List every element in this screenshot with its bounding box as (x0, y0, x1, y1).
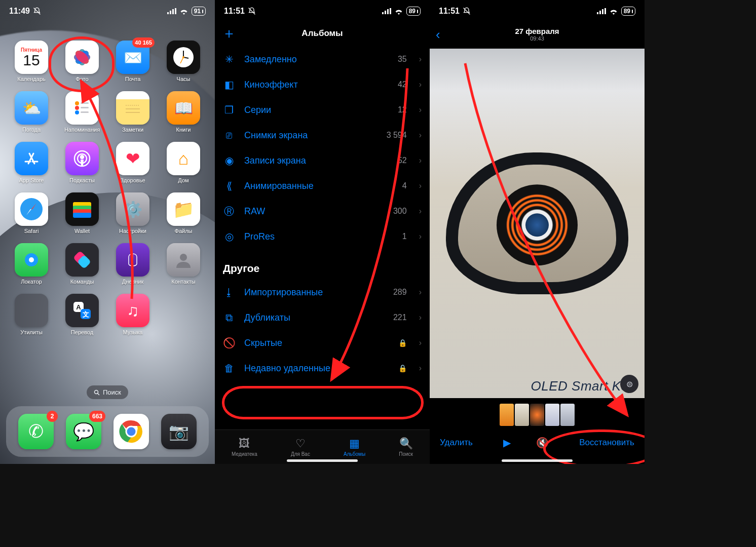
photos-tabbar: 🖼Медиатека ♡Для Вас ▦Альбомы 🔍Поиск (215, 429, 430, 464)
mute-icon (463, 7, 471, 15)
annotation-arrow-3 (460, 61, 642, 427)
clock-icon (167, 41, 200, 74)
home-icon: ⌂ (167, 142, 200, 175)
home-indicator[interactable] (287, 459, 358, 462)
raw-icon: Ⓡ (222, 205, 236, 218)
cell-signal-icon (167, 8, 176, 14)
slomo-icon: ✳ (222, 53, 236, 65)
svg-rect-50 (382, 12, 384, 14)
svg-rect-54 (597, 12, 598, 14)
mail-icon: ✉️40 165 (116, 41, 149, 74)
tab-for-you[interactable]: ♡Для Вас (291, 437, 310, 457)
annotation-arrow-2 (316, 66, 428, 392)
svg-rect-51 (385, 11, 386, 14)
svg-rect-53 (390, 8, 391, 14)
app-utilities[interactable]: Утилиты (9, 294, 54, 335)
chevron-right-icon: › (419, 55, 422, 64)
status-bar: 11:49 91 (0, 0, 215, 22)
import-icon: ⭳ (222, 287, 236, 298)
svg-rect-2 (172, 9, 174, 14)
svg-point-16 (182, 56, 184, 58)
status-bar: 11:51 89 (215, 0, 430, 22)
library-icon: 🖼 (239, 437, 250, 450)
home-screen-panel: 11:49 91 Пятница15Календарь Фото ✉️40 16… (0, 0, 215, 464)
app-safari[interactable]: Safari (9, 192, 54, 234)
svg-point-40 (180, 254, 187, 261)
svg-rect-55 (599, 11, 601, 14)
app-clock[interactable]: Часы (161, 41, 206, 82)
findmy-icon (15, 243, 48, 277)
dock-phone[interactable]: ✆2 (18, 414, 54, 449)
cine-icon: ◧ (222, 79, 236, 91)
status-time: 11:51 (224, 7, 245, 16)
battery-icon: 91 (192, 7, 206, 16)
dock-chrome[interactable] (114, 414, 149, 449)
photo-date: 27 февраля 09:43 (515, 27, 559, 42)
dock: ✆2 💬663 📷 (6, 406, 209, 457)
back-button[interactable]: ‹ (436, 27, 440, 43)
tab-albums[interactable]: ▦Альбомы (344, 437, 365, 457)
screenshot-icon: ⎚ (222, 130, 236, 141)
svg-point-37 (29, 257, 34, 262)
add-album-button[interactable]: ＋ (222, 24, 236, 43)
app-home[interactable]: ⌂Дом (161, 142, 206, 183)
trash-icon: 🗑 (222, 363, 236, 374)
app-findmy[interactable]: Локатор (9, 243, 54, 285)
messages-badge: 663 (89, 411, 105, 422)
photos-albums-panel: 11:51 89 ＋ Альбомы ✳Замедленно35› ◧Киноэ… (215, 0, 430, 464)
dock-camera[interactable]: 📷 (161, 414, 197, 449)
svg-point-45 (94, 390, 98, 394)
spotlight-search[interactable]: Поиск (87, 385, 128, 399)
mute-icon (248, 7, 256, 15)
dock-messages[interactable]: 💬663 (66, 414, 101, 449)
svg-text:文: 文 (82, 310, 89, 318)
safari-icon (15, 192, 48, 226)
photo-detail-panel: 11:51 89 ‹ 27 февраля 09:43 OLED Smart K… (430, 0, 645, 464)
svg-line-46 (97, 393, 99, 395)
files-icon: 📁 (167, 192, 200, 226)
contacts-icon (167, 243, 200, 277)
app-weather[interactable]: ⛅Погода (9, 91, 54, 133)
weather-icon: ⛅ (15, 91, 48, 125)
screenrec-icon: ◉ (222, 154, 236, 167)
hidden-icon: 🚫 (222, 337, 236, 349)
status-time: 11:51 (439, 7, 460, 16)
cell-signal-icon (597, 8, 606, 14)
utilities-folder-icon (15, 294, 48, 327)
tab-search[interactable]: 🔍Поиск (399, 437, 413, 457)
books-icon: 📖 (167, 91, 200, 125)
status-bar: 11:51 89 (430, 0, 645, 22)
wifi-icon (394, 8, 403, 15)
battery-icon: 89 (406, 7, 421, 16)
app-contacts[interactable]: Контакты (161, 243, 206, 285)
svg-rect-1 (170, 11, 171, 14)
svg-rect-56 (602, 9, 603, 14)
tab-media[interactable]: 🖼Медиатека (232, 437, 257, 457)
app-appstore[interactable]: App Store (9, 142, 54, 183)
annotation-arrow-1 (71, 76, 162, 311)
app-calendar[interactable]: Пятница15Календарь (9, 41, 54, 82)
appstore-icon (15, 142, 48, 175)
cell-signal-icon (382, 8, 391, 14)
svg-rect-0 (167, 12, 169, 14)
prores-icon: ◎ (222, 230, 236, 243)
search-icon (94, 389, 100, 396)
animated-icon: ⟪ (222, 180, 236, 192)
annotation-circle-deleted (222, 386, 424, 419)
home-indicator[interactable] (502, 459, 573, 462)
dupes-icon: ⧉ (222, 312, 236, 324)
albums-header: ＋ Альбомы (215, 22, 430, 45)
app-books[interactable]: 📖Книги (161, 91, 206, 133)
mute-icon (33, 7, 41, 15)
play-button[interactable]: ▶ (503, 437, 511, 449)
detail-header: ‹ 27 февраля 09:43 (430, 22, 645, 47)
search-icon: 🔍 (399, 437, 413, 450)
albums-icon: ▦ (349, 437, 360, 450)
mail-badge: 40 165 (132, 37, 155, 48)
albums-title: Альбомы (301, 28, 343, 38)
delete-button[interactable]: Удалить (440, 438, 473, 448)
app-files[interactable]: 📁Файлы (161, 192, 206, 234)
wifi-icon (179, 8, 188, 15)
status-time: 11:49 (9, 7, 30, 16)
burst-icon: ❐ (222, 104, 236, 116)
